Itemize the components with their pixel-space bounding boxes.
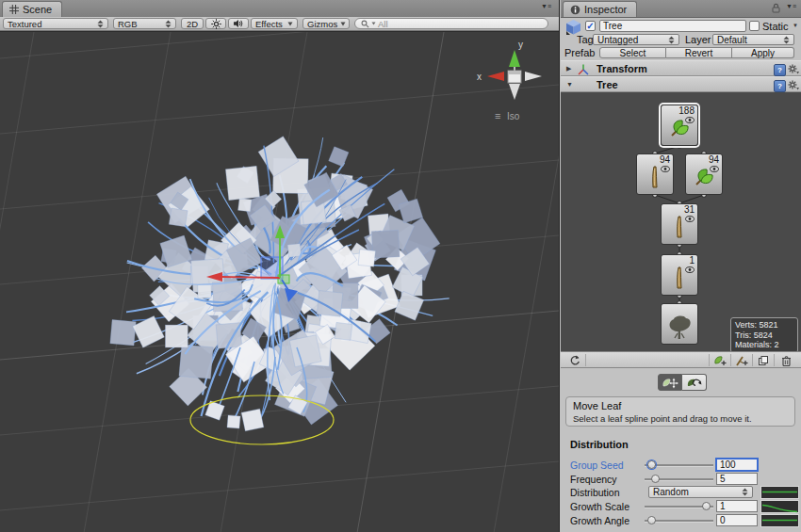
prefab-apply-button[interactable]: Apply bbox=[732, 47, 794, 58]
scene-panel-menu-icon[interactable]: ▼≡ bbox=[541, 3, 551, 9]
2d-toggle-button[interactable]: 2D bbox=[181, 18, 204, 29]
duplicate-node-button[interactable] bbox=[752, 354, 774, 366]
static-dropdown-icon[interactable]: ▼ bbox=[793, 23, 798, 28]
gizmo-neg-y-cone[interactable] bbox=[509, 84, 520, 100]
leaf-group-node[interactable]: 188 bbox=[661, 105, 698, 146]
visibility-eye-icon[interactable] bbox=[685, 117, 695, 123]
distribution-dropdown[interactable]: Random bbox=[648, 486, 753, 498]
visibility-eye-icon[interactable] bbox=[710, 166, 719, 172]
scene-tabbar: Scene ▼≡ bbox=[0, 0, 559, 18]
gizmo-x-label: x bbox=[477, 72, 482, 82]
distribution-curve-preview[interactable] bbox=[760, 486, 799, 499]
move-axis-x[interactable] bbox=[221, 277, 280, 278]
branch-group-node[interactable]: 31 bbox=[661, 203, 698, 245]
growth-angle-curve-preview[interactable] bbox=[760, 514, 799, 527]
layer-label: Layer bbox=[685, 34, 711, 45]
branch-group-node[interactable]: 1 bbox=[661, 254, 698, 296]
search-placeholder: All bbox=[378, 19, 388, 29]
gizmo-y-cone[interactable] bbox=[509, 50, 520, 67]
tree-root-node[interactable] bbox=[661, 303, 698, 345]
tag-dropdown[interactable]: Untagged bbox=[593, 34, 679, 45]
group-seed-slider[interactable] bbox=[645, 459, 713, 471]
visibility-eye-icon[interactable] bbox=[685, 266, 695, 273]
refresh-button[interactable] bbox=[564, 354, 586, 366]
gizmos-dropdown[interactable]: Gizmos bbox=[302, 18, 350, 29]
tree-component-header[interactable]: ▼ Tree ? bbox=[561, 76, 801, 92]
growth-angle-label: Growth Angle bbox=[570, 515, 629, 526]
dropdown-arrow-icon bbox=[340, 22, 346, 26]
gear-icon[interactable] bbox=[788, 64, 799, 74]
add-leaf-group-button[interactable] bbox=[709, 354, 730, 366]
audio-toggle-button[interactable] bbox=[228, 18, 249, 29]
prefab-revert-button[interactable]: Revert bbox=[666, 47, 732, 58]
transform-component-header[interactable]: ▶ Transform ? bbox=[561, 60, 801, 76]
color-mode-dropdown[interactable]: RGB bbox=[113, 18, 176, 29]
iso-menu-icon[interactable]: ≡ bbox=[495, 110, 500, 121]
move-leaf-icon bbox=[662, 377, 678, 389]
inspector-panel-menu-icon[interactable]: ▼≡ bbox=[786, 3, 796, 9]
rotate-leaf-tool-button[interactable] bbox=[682, 374, 707, 391]
draw-mode-dropdown[interactable]: Textured bbox=[3, 18, 108, 29]
projection-label[interactable]: Iso bbox=[507, 111, 520, 121]
search-icon bbox=[361, 20, 369, 28]
static-checkbox[interactable] bbox=[749, 21, 760, 31]
inspector-info-icon bbox=[570, 5, 580, 15]
frequency-slider[interactable] bbox=[645, 473, 713, 485]
branch-group-node[interactable]: 94 bbox=[636, 153, 674, 195]
scene-3d-view[interactable]: y x ≡ Iso bbox=[0, 32, 559, 532]
lighting-toggle-button[interactable] bbox=[205, 18, 226, 29]
lock-icon[interactable] bbox=[772, 3, 780, 13]
move-leaf-tool-button[interactable] bbox=[658, 374, 682, 391]
distribution-label: Distribution bbox=[570, 487, 620, 498]
add-branch-icon bbox=[735, 355, 748, 366]
gameobject-name-field[interactable]: Tree bbox=[599, 20, 746, 32]
updown-arrows-icon bbox=[668, 36, 675, 44]
growth-angle-slider[interactable] bbox=[645, 514, 713, 526]
unity-editor-window: Scene ▼≡ Textured RGB 2D Effect bbox=[0, 0, 801, 532]
speaker-icon bbox=[233, 19, 244, 28]
foldout-icon[interactable]: ▶ bbox=[566, 65, 571, 73]
refresh-icon bbox=[569, 355, 580, 366]
growth-angle-field[interactable]: 0 bbox=[716, 514, 758, 526]
layer-dropdown[interactable]: Default bbox=[712, 34, 794, 45]
add-branch-group-button[interactable] bbox=[730, 354, 752, 366]
group-seed-label: Group Seed bbox=[570, 459, 624, 471]
transform-icon bbox=[577, 63, 590, 75]
growth-scale-curve-preview[interactable] bbox=[760, 500, 799, 513]
add-leaf-icon bbox=[713, 355, 727, 366]
growth-scale-field[interactable]: 1 bbox=[716, 500, 758, 512]
tool-help-description: Select a leaf spline point and drag to m… bbox=[573, 413, 788, 424]
growth-scale-slider[interactable] bbox=[645, 500, 713, 512]
distribution-row: Distribution Random bbox=[561, 486, 801, 498]
frequency-field[interactable]: 5 bbox=[716, 473, 758, 485]
help-icon[interactable]: ? bbox=[774, 80, 786, 92]
tab-inspector[interactable]: Inspector bbox=[563, 1, 637, 17]
frequency-row: Frequency 5 bbox=[561, 473, 801, 485]
sun-icon bbox=[211, 19, 221, 29]
scene-search-input[interactable]: All bbox=[354, 18, 548, 29]
growth-scale-label: Growth Scale bbox=[570, 501, 629, 512]
scene-orientation-gizmo[interactable]: y x ≡ Iso bbox=[477, 40, 542, 121]
scene-panel: Scene ▼≡ Textured RGB 2D Effect bbox=[0, 0, 560, 532]
frequency-label: Frequency bbox=[570, 474, 617, 485]
gizmo-x-cone[interactable] bbox=[487, 72, 504, 81]
gear-icon[interactable] bbox=[788, 80, 799, 90]
gizmo-neg-x-cone[interactable] bbox=[525, 72, 542, 81]
mesh-stats-overlay: Verts: 5821 Tris: 5824 Materials: 2 bbox=[730, 317, 798, 351]
effects-dropdown[interactable]: Effects bbox=[251, 18, 298, 29]
foldout-icon[interactable]: ▼ bbox=[566, 81, 573, 88]
tree-hierarchy-editor[interactable]: 188 94 94 31 1 bbox=[561, 92, 801, 351]
help-icon[interactable]: ? bbox=[774, 64, 786, 76]
growth-angle-row: Growth Angle 0 bbox=[561, 514, 801, 526]
growth-scale-row: Growth Scale 1 bbox=[561, 500, 801, 512]
gameobject-active-checkbox[interactable]: ✓ bbox=[585, 21, 596, 31]
delete-node-button[interactable] bbox=[774, 354, 797, 366]
updown-arrows-icon bbox=[97, 20, 104, 28]
visibility-eye-icon[interactable] bbox=[661, 166, 670, 172]
scene-viewport[interactable]: y x ≡ Iso bbox=[0, 31, 559, 532]
group-seed-field[interactable]: 100 bbox=[716, 459, 758, 471]
visibility-eye-icon[interactable] bbox=[685, 216, 695, 222]
tab-scene[interactable]: Scene bbox=[2, 1, 62, 17]
prefab-select-button[interactable]: Select bbox=[599, 47, 666, 58]
leaf-group-node[interactable]: 94 bbox=[685, 153, 723, 195]
